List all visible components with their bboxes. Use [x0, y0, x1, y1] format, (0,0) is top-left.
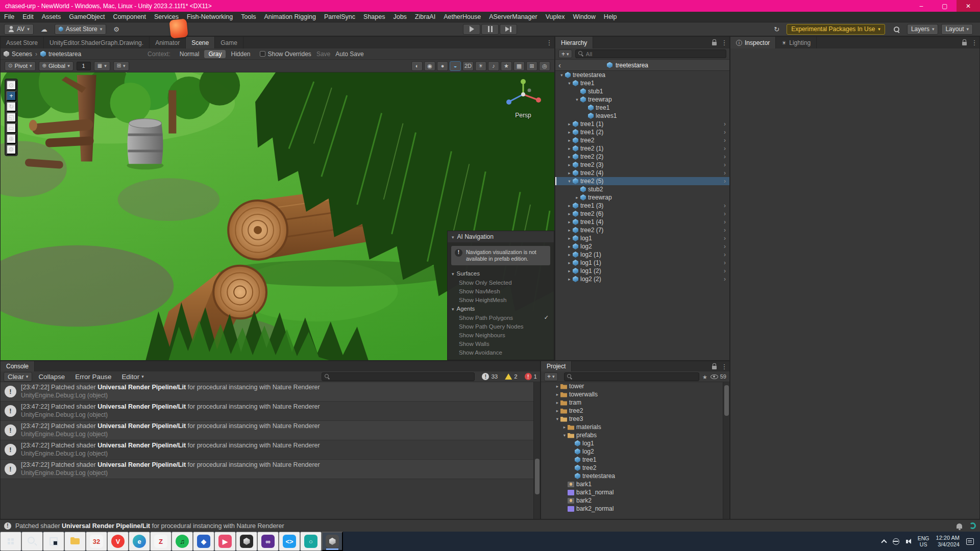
expand-arrow-icon[interactable]: ▸	[566, 268, 573, 273]
favorites-icon[interactable]	[702, 373, 707, 381]
console-search-input[interactable]	[332, 373, 472, 380]
visual-studio-button[interactable]: ∞	[257, 532, 279, 551]
pivot-dropdown[interactable]: ⊙Pivot	[5, 61, 36, 71]
panel-menu-icon[interactable]	[719, 361, 729, 371]
expand-arrow-icon[interactable]: ▸	[566, 121, 573, 127]
app-32-button[interactable]: 32	[86, 532, 107, 551]
clear-button[interactable]: Clear	[4, 372, 32, 382]
info-count-toggle[interactable]: 33	[482, 373, 498, 380]
start-button[interactable]	[0, 532, 21, 551]
project-row[interactable]: tree1	[541, 456, 729, 464]
hierarchy-row[interactable]: ▸ tree1 (1) ›	[555, 120, 729, 128]
warning-count-toggle[interactable]: 2	[505, 373, 517, 380]
menu-item[interactable]: ParrelSync	[320, 12, 359, 22]
menu-item[interactable]: Edit	[18, 12, 38, 22]
expand-arrow-icon[interactable]: ▸	[566, 130, 573, 135]
search-button[interactable]	[889, 24, 904, 35]
prefab-open-chevron-icon[interactable]: ›	[724, 169, 726, 177]
projection-label[interactable]: Persp	[501, 112, 545, 119]
prefab-open-chevron-icon[interactable]: ›	[724, 120, 726, 128]
expand-arrow-icon[interactable]: ▸	[566, 236, 573, 241]
menu-item[interactable]: AServerManager	[485, 12, 542, 22]
project-search-input[interactable]	[575, 373, 696, 380]
nav-toggle-item[interactable]: Show NavMesh	[448, 287, 554, 295]
project-row[interactable]: bark1	[541, 480, 729, 488]
play-button[interactable]	[463, 24, 480, 35]
grid-dropdown-icon[interactable]: ⊞	[526, 61, 537, 71]
unity-hub-button[interactable]	[236, 532, 257, 551]
move-tool-icon[interactable]: +	[6, 91, 16, 101]
grid-settings-dropdown[interactable]: ▦	[94, 61, 110, 71]
notification-center-icon[interactable]	[966, 538, 974, 545]
nav-toggle-item[interactable]: Show Neighbours	[448, 331, 554, 339]
hierarchy-search-input[interactable]	[586, 51, 723, 57]
menu-item[interactable]: Tools	[237, 12, 260, 22]
hierarchy-row[interactable]: tree1	[555, 104, 729, 112]
auto-save-button[interactable]: Auto Save	[335, 51, 363, 58]
tab-project[interactable]: Project	[541, 361, 572, 371]
hierarchy-row[interactable]: ▸ tree2 ›	[555, 136, 729, 144]
hidden-objects-icon[interactable]: ▦	[513, 61, 525, 71]
prefab-open-chevron-icon[interactable]: ›	[724, 235, 726, 242]
prefab-open-chevron-icon[interactable]: ›	[724, 267, 726, 274]
expand-arrow-icon[interactable]: ▸	[566, 203, 573, 208]
expand-arrow-icon[interactable]: ▸	[554, 384, 560, 389]
step-button[interactable]	[500, 24, 517, 35]
edge-browser-button[interactable]: e	[129, 532, 150, 551]
breadcrumb-treetestarea[interactable]: treetestarea	[40, 51, 81, 58]
hierarchy-row[interactable]: ▸ treewrap	[555, 193, 729, 202]
effects-dropdown-icon[interactable]: ★	[501, 61, 512, 71]
project-row[interactable]: ▸ tower	[541, 382, 729, 390]
zotero-button[interactable]: Z	[150, 532, 172, 551]
context-mode-button[interactable]: Normal	[176, 50, 204, 58]
prefab-open-chevron-icon[interactable]: ›	[724, 243, 726, 250]
console-search[interactable]	[322, 372, 475, 381]
expand-arrow-icon[interactable]: ▸	[566, 260, 573, 265]
transform-tool-icon[interactable]: ⊕	[6, 134, 16, 144]
expand-arrow-icon[interactable]: ▸	[566, 252, 573, 257]
menu-item[interactable]: File	[0, 12, 18, 22]
custom-tool-icon[interactable]: ⚙	[6, 144, 16, 155]
console-log-entry[interactable]: [23:47:22] Patched shader Universal Rend…	[1, 421, 540, 440]
project-row[interactable]: bark2_normal	[541, 505, 729, 513]
nav-toggle-item[interactable]: Show HeightMesh	[448, 295, 554, 304]
tab-inspector[interactable]: Inspector	[730, 37, 776, 48]
vivaldi-browser-button[interactable]: V	[107, 532, 129, 551]
search-button[interactable]	[21, 532, 43, 551]
undo-history-button[interactable]: ↻	[770, 24, 783, 35]
hierarchy-row[interactable]: ▸ log2 (1) ›	[555, 251, 729, 259]
menu-item[interactable]: Animation Rigging	[260, 12, 320, 22]
hierarchy-row[interactable]: ▸ tree1 (2) ›	[555, 128, 729, 136]
prefab-open-chevron-icon[interactable]: ›	[724, 210, 726, 217]
app-pink-button[interactable]: ▶	[214, 532, 236, 551]
nav-toggle-item[interactable]: Show Walls	[448, 339, 554, 348]
project-row[interactable]: ▾ prefabs	[541, 431, 729, 439]
hierarchy-row[interactable]: ▸ tree2 (1) ›	[555, 144, 729, 153]
expand-arrow-icon[interactable]: ▸	[566, 138, 573, 143]
hierarchy-row[interactable]: ▸ tree2 (3) ›	[555, 161, 729, 169]
prefab-open-chevron-icon[interactable]: ›	[724, 218, 726, 226]
hierarchy-row[interactable]: ▸ log1 (1) ›	[555, 259, 729, 267]
project-row[interactable]: log1	[541, 439, 729, 447]
twod-toggle[interactable]: 2D	[462, 61, 474, 71]
project-row[interactable]: ▾ tree3	[541, 415, 729, 423]
expand-arrow-icon[interactable]: ▸	[554, 408, 560, 413]
orientation-gizmo[interactable]: Persp	[501, 79, 545, 119]
close-button[interactable]: ✕	[957, 0, 980, 12]
file-explorer-button[interactable]	[64, 532, 86, 551]
dock-menu-icon[interactable]	[544, 37, 554, 48]
hierarchy-row[interactable]: ▾ tree1	[555, 79, 729, 87]
dock-tab[interactable]: Asset Store	[1, 37, 44, 48]
hierarchy-row[interactable]: stub1	[555, 87, 729, 95]
prefab-open-chevron-icon[interactable]: ›	[724, 153, 726, 160]
console-log-entry[interactable]: [23:47:22] Patched shader Universal Rend…	[1, 382, 540, 402]
menu-item[interactable]: Fish-Networking	[183, 12, 237, 22]
scene-viewport[interactable]: ⊙+↻◱▭⊕⚙ Persp AI Navigation	[1, 72, 554, 360]
project-row[interactable]: treetestarea	[541, 472, 729, 480]
show-overrides-toggle[interactable]: Show Overrides	[260, 51, 311, 58]
lock-icon[interactable]	[959, 37, 969, 48]
project-row[interactable]: ▸ towerwalls	[541, 390, 729, 398]
cloud-button[interactable]: ☁	[37, 24, 52, 35]
hidden-count-indicator[interactable]: 59	[710, 373, 726, 380]
expand-arrow-icon[interactable]: ▸	[566, 162, 573, 167]
